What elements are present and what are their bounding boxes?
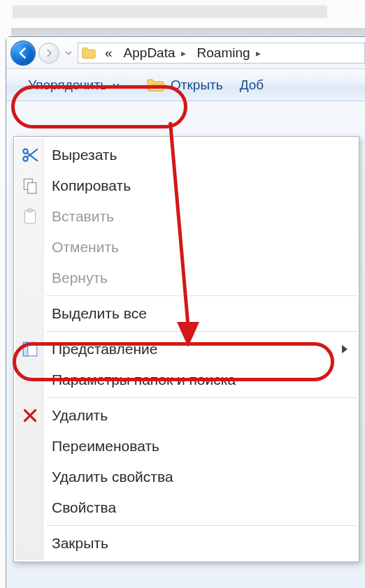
menu-label: Представление bbox=[52, 341, 157, 358]
organize-menu: Вырезать Копировать Вставить Отменить Ве… bbox=[13, 136, 359, 562]
menu-layout[interactable]: Представление bbox=[15, 334, 357, 365]
menu-label: Свойства bbox=[52, 499, 116, 516]
breadcrumb-roaming[interactable]: Roaming ▸ bbox=[192, 43, 266, 63]
menu-separator bbox=[46, 525, 357, 526]
add-button[interactable]: Доб bbox=[240, 78, 264, 93]
forward-button[interactable] bbox=[38, 43, 59, 64]
menu-label: Параметры папок и поиска bbox=[52, 372, 236, 388]
breadcrumb-label: Roaming bbox=[197, 45, 250, 61]
svg-rect-5 bbox=[28, 209, 33, 212]
menu-redo: Вернуть bbox=[15, 263, 357, 293]
menu-remove-properties[interactable]: Удалить свойства bbox=[15, 462, 357, 492]
breadcrumb-overflow[interactable]: « bbox=[99, 43, 118, 63]
open-label: Открыть bbox=[171, 78, 223, 93]
menu-copy[interactable]: Копировать bbox=[15, 170, 357, 201]
layout-icon bbox=[21, 340, 39, 358]
chevron-right-icon: ▸ bbox=[181, 47, 186, 59]
menu-label: Удалить bbox=[52, 407, 108, 424]
menu-paste: Вставить bbox=[15, 201, 357, 232]
menu-label: Вырезать bbox=[52, 147, 117, 163]
back-button[interactable] bbox=[10, 41, 36, 66]
menu-label: Вставить bbox=[52, 208, 114, 225]
copy-icon bbox=[21, 177, 39, 195]
arrow-left-icon bbox=[16, 46, 30, 60]
chevron-down-icon bbox=[113, 82, 120, 89]
folder-open-icon bbox=[147, 78, 165, 93]
menu-label: Закрыть bbox=[52, 535, 108, 552]
clipboard-icon bbox=[21, 207, 39, 226]
open-button[interactable]: Открыть bbox=[147, 78, 223, 93]
menu-label: Отменить bbox=[52, 239, 119, 256]
navigation-bar: « AppData ▸ Roaming ▸ bbox=[6, 37, 365, 69]
menu-separator bbox=[46, 295, 357, 296]
toolbar: Упорядочить Открыть Доб bbox=[6, 69, 365, 101]
menu-separator bbox=[46, 331, 357, 332]
address-bar[interactable]: « AppData ▸ Roaming ▸ bbox=[78, 43, 365, 64]
menu-separator bbox=[46, 397, 357, 398]
organize-button[interactable]: Упорядочить bbox=[17, 74, 130, 96]
chevron-down-icon bbox=[65, 50, 72, 57]
menu-properties[interactable]: Свойства bbox=[15, 492, 357, 523]
submenu-arrow-icon bbox=[342, 345, 348, 353]
menu-label: Удалить свойства bbox=[52, 469, 173, 485]
chevron-right-icon: ▸ bbox=[256, 47, 261, 59]
folder-icon bbox=[81, 45, 96, 61]
menu-close[interactable]: Закрыть bbox=[15, 528, 357, 559]
arrow-right-icon bbox=[44, 48, 54, 58]
menu-delete[interactable]: Удалить bbox=[15, 400, 357, 431]
breadcrumb-label: AppData bbox=[124, 45, 176, 61]
scissors-icon bbox=[21, 146, 39, 164]
svg-rect-4 bbox=[24, 210, 35, 223]
menu-cut[interactable]: Вырезать bbox=[15, 140, 357, 170]
menu-rename[interactable]: Переименовать bbox=[15, 431, 357, 462]
organize-label: Упорядочить bbox=[28, 78, 107, 93]
svg-rect-3 bbox=[28, 183, 36, 193]
menu-label: Переименовать bbox=[52, 438, 159, 455]
menu-label: Выделить все bbox=[52, 305, 147, 322]
explorer-window: « AppData ▸ Roaming ▸ Упорядочить Открыт… bbox=[6, 36, 365, 588]
menu-label: Вернуть bbox=[52, 270, 108, 286]
menu-undo: Отменить bbox=[15, 232, 357, 263]
menu-select-all[interactable]: Выделить все bbox=[15, 298, 357, 329]
menu-label: Копировать bbox=[52, 177, 131, 194]
svg-rect-7 bbox=[23, 342, 28, 356]
breadcrumb-appdata[interactable]: AppData ▸ bbox=[118, 43, 192, 63]
menu-folder-options[interactable]: Параметры папок и поиска bbox=[15, 365, 357, 395]
history-dropdown[interactable] bbox=[62, 43, 75, 64]
delete-icon bbox=[21, 406, 39, 425]
